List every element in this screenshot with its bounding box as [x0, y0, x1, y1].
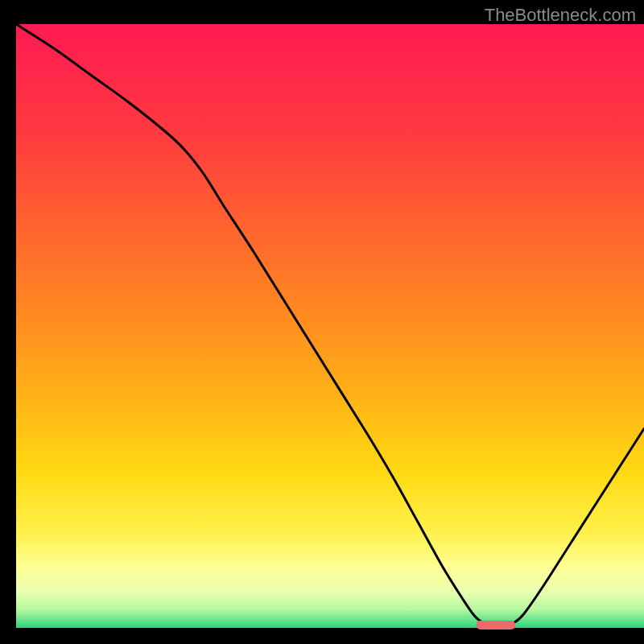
- watermark-label: TheBottleneck.com: [485, 5, 636, 26]
- optimal-marker: [477, 621, 515, 630]
- chart-container: TheBottleneck.com: [0, 0, 644, 644]
- plot-background: [16, 24, 644, 628]
- bottleneck-curve-chart: [0, 0, 644, 644]
